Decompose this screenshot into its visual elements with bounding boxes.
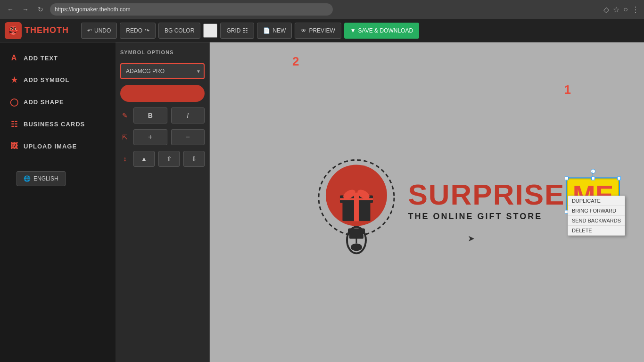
surprise-text: SURPRISE bbox=[408, 181, 565, 210]
main-layout: A ADD TEXT ★ ADD SYMBOL ◯ ADD SHAPE ☷ BU… bbox=[0, 42, 644, 362]
align-row: ↕ ▲ ⇧ ⇩ bbox=[120, 151, 205, 167]
sidebar-item-add-symbol[interactable]: ★ ADD SYMBOL bbox=[0, 69, 116, 91]
save-download-button[interactable]: ▼ SAVE & DOWNLOAD bbox=[344, 23, 419, 39]
redo-label: REDO bbox=[126, 27, 142, 34]
logo-monster-icon: 👺 bbox=[5, 22, 22, 39]
brand-prefix: THE bbox=[25, 25, 43, 35]
app-brand-name: THEHOTH bbox=[25, 25, 69, 35]
panel-title: SYMBOL OPTIONS bbox=[120, 49, 205, 55]
shape-icon: ◯ bbox=[9, 98, 19, 107]
new-icon: 📄 bbox=[263, 27, 270, 34]
globe-icon: 🌐 bbox=[24, 175, 31, 182]
align-center-button[interactable]: ▲ bbox=[133, 151, 155, 167]
context-menu-delete[interactable]: DELETE bbox=[568, 226, 625, 235]
size-row: ⇱ + − bbox=[120, 129, 205, 145]
upload-icon: 🖼 bbox=[9, 142, 19, 150]
font-selector-container: ADAMCG PRO bbox=[120, 63, 205, 79]
italic-button[interactable]: I bbox=[171, 107, 205, 123]
reload-button[interactable]: ↻ bbox=[35, 4, 46, 15]
menu-icon[interactable]: ⋮ bbox=[632, 5, 639, 14]
size-minus-button[interactable]: − bbox=[171, 129, 205, 145]
undo-button[interactable]: ↶ UNDO bbox=[81, 23, 117, 39]
sidebar-item-upload-image[interactable]: 🖼 UPLOAD IMAGE bbox=[0, 135, 116, 157]
extension-icon[interactable]: ◇ bbox=[603, 5, 609, 14]
context-menu-send-backwards[interactable]: SEND BACKWARDS bbox=[568, 216, 625, 226]
svg-point-12 bbox=[350, 243, 362, 251]
size-icon: ⇱ bbox=[120, 133, 130, 141]
sidebar-item-add-text[interactable]: A ADD TEXT bbox=[0, 47, 116, 69]
sidebar-item-business-cards[interactable]: ☷ BUSINESS CARDS bbox=[0, 113, 116, 135]
bookmark-icon[interactable]: ☆ bbox=[613, 5, 619, 14]
brand-name: HOTH bbox=[43, 25, 69, 35]
italic-label: I bbox=[187, 112, 189, 119]
redo-icon: ↷ bbox=[145, 27, 149, 34]
color-button[interactable] bbox=[120, 85, 205, 102]
sidebar-label-business-cards: BUSINESS CARDS bbox=[24, 121, 85, 128]
undo-icon: ↶ bbox=[87, 27, 92, 34]
align-icon: ↕ bbox=[120, 155, 130, 163]
bg-color-swatch[interactable] bbox=[203, 24, 217, 38]
sidebar-label-add-shape: ADD SHAPE bbox=[24, 99, 64, 106]
step-2-badge: 2 bbox=[292, 54, 299, 69]
grid-button[interactable]: GRID ☷ bbox=[220, 23, 254, 39]
rotate-line bbox=[593, 171, 593, 177]
lightbulb-svg bbox=[309, 146, 403, 254]
style-icon: ✎ bbox=[120, 112, 130, 119]
size-plus-button[interactable]: + bbox=[133, 129, 167, 145]
text-icon: A bbox=[9, 54, 19, 62]
symbol-options-panel: SYMBOL OPTIONS ADAMCG PRO ✎ B I ⇱ + − ↕ … bbox=[116, 42, 210, 362]
context-menu-bring-forward[interactable]: BRING FORWARD bbox=[568, 206, 625, 216]
bold-button[interactable]: B bbox=[133, 107, 167, 123]
sidebar-item-add-shape[interactable]: ◯ ADD SHAPE bbox=[0, 91, 116, 113]
context-menu: DUPLICATE BRING FORWARD SEND BACKWARDS D… bbox=[568, 196, 625, 236]
preview-label: PREVIEW bbox=[309, 27, 335, 34]
back-button[interactable]: ← bbox=[5, 4, 16, 15]
save-icon: ▼ bbox=[350, 27, 356, 34]
rotate-handle[interactable] bbox=[591, 169, 595, 173]
canvas-area[interactable]: 2 1 bbox=[210, 42, 644, 362]
new-label: NEW bbox=[272, 27, 286, 34]
app-toolbar: 👺 THEHOTH ↶ UNDO REDO ↷ BG COLOR GRID ☷ … bbox=[0, 19, 644, 42]
bold-label: B bbox=[148, 112, 153, 119]
sidebar-label-upload-image: UPLOAD IMAGE bbox=[24, 143, 77, 150]
new-button[interactable]: 📄 NEW bbox=[257, 23, 292, 39]
bg-color-button[interactable]: BG COLOR bbox=[158, 23, 200, 39]
symbol-icon: ★ bbox=[9, 75, 19, 84]
align-up-button[interactable]: ⇧ bbox=[158, 151, 180, 167]
app-logo: 👺 THEHOTH bbox=[5, 22, 69, 39]
url-bar[interactable] bbox=[50, 3, 333, 16]
save-label: SAVE & DOWNLOAD bbox=[358, 27, 413, 34]
browser-chrome: ← → ↻ ◇ ☆ ○ ⋮ bbox=[0, 0, 644, 19]
language-label: ENGLISH bbox=[33, 175, 58, 182]
preview-icon: 👁 bbox=[301, 27, 306, 34]
left-sidebar: A ADD TEXT ★ ADD SYMBOL ◯ ADD SHAPE ☷ BU… bbox=[0, 42, 116, 362]
context-menu-duplicate[interactable]: DUPLICATE bbox=[568, 196, 625, 206]
profile-icon[interactable]: ○ bbox=[623, 5, 628, 14]
grid-icon: ☷ bbox=[243, 27, 248, 34]
sidebar-label-add-text: ADD TEXT bbox=[24, 55, 58, 62]
language-button[interactable]: 🌐 ENGLISH bbox=[17, 171, 66, 186]
style-row: ✎ B I bbox=[120, 107, 205, 123]
font-selector[interactable]: ADAMCG PRO bbox=[120, 63, 205, 79]
forward-button[interactable]: → bbox=[20, 4, 31, 15]
svg-point-8 bbox=[353, 192, 359, 198]
sidebar-label-add-symbol: ADD SYMBOL bbox=[24, 76, 69, 83]
bg-color-label: BG COLOR bbox=[165, 27, 194, 34]
align-down-button[interactable]: ⇩ bbox=[183, 151, 205, 167]
preview-button[interactable]: 👁 PREVIEW bbox=[295, 23, 341, 39]
grid-label: GRID bbox=[226, 27, 240, 34]
redo-button[interactable]: REDO ↷ bbox=[120, 23, 156, 39]
step-1-badge: 1 bbox=[564, 82, 571, 97]
cards-icon: ☷ bbox=[9, 120, 19, 129]
undo-label: UNDO bbox=[94, 27, 111, 34]
